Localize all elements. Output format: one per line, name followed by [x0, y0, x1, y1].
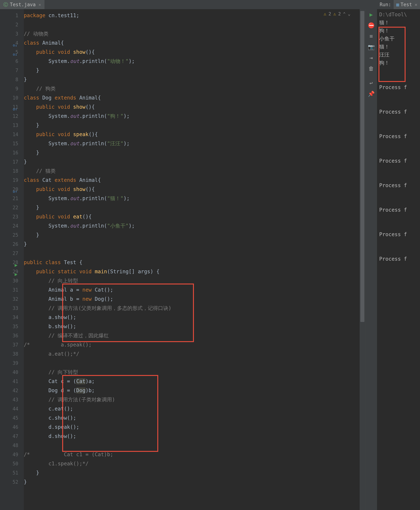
line-number[interactable]: 32	[0, 294, 24, 304]
close-icon[interactable]: ✕	[414, 2, 417, 7]
next-highlight-icon[interactable]: ⌄	[348, 11, 351, 16]
line-number[interactable]: 27	[0, 249, 24, 258]
code-line[interactable]: class Dog extends Animal{	[24, 93, 360, 102]
code-line[interactable]: class Animal{	[24, 38, 360, 48]
code-line[interactable]: System.out.println("动物！");	[24, 57, 360, 66]
code-line[interactable]	[24, 20, 360, 29]
line-number[interactable]: 23	[0, 212, 24, 221]
code-line[interactable]: a.show();	[24, 313, 360, 322]
exit-icon[interactable]: ⇥	[369, 54, 373, 61]
code-line[interactable]: public void show(){	[24, 102, 360, 112]
camera-icon[interactable]: 📷	[368, 44, 375, 50]
line-number[interactable]: 19	[0, 176, 24, 185]
line-number[interactable]: 3	[0, 29, 24, 38]
soft-wrap-icon[interactable]: ↩	[369, 80, 373, 86]
code-line[interactable]: Animal a = new Cat();	[24, 285, 360, 294]
scrollbar-thumb[interactable]	[360, 11, 364, 322]
line-number[interactable]: 9	[0, 84, 24, 93]
line-number[interactable]: 50	[0, 459, 24, 468]
line-number[interactable]: 15	[0, 139, 24, 148]
code-line[interactable]: c1.speak();*/	[24, 459, 360, 468]
line-number[interactable]: 16	[0, 148, 24, 157]
line-number[interactable]: 11o↑	[0, 102, 24, 112]
code-line[interactable]: // 调用方法(父类对象调用，多态的形式，记得口诀)	[24, 304, 360, 313]
line-number[interactable]: 5o↓	[0, 48, 24, 57]
rerun-icon[interactable]: ▶	[369, 11, 373, 18]
code-line[interactable]: }	[24, 477, 360, 487]
line-number[interactable]: 14	[0, 130, 24, 139]
line-number[interactable]: 31	[0, 285, 24, 294]
code-line[interactable]: // 猫类	[24, 166, 360, 176]
run-tab[interactable]: ▦ Test ✕	[394, 0, 420, 9]
code-line[interactable]: a.eat();*/	[24, 349, 360, 359]
line-number[interactable]: 34	[0, 313, 24, 322]
line-number[interactable]: 20o↑	[0, 185, 24, 194]
code-line[interactable]: // 动物类	[24, 29, 360, 38]
code-line[interactable]: public class Test {	[24, 258, 360, 267]
line-number[interactable]: 22	[0, 203, 24, 212]
code-line[interactable]: }	[24, 66, 360, 75]
code-line[interactable]: c.eat();	[24, 404, 360, 413]
line-number[interactable]: 26	[0, 240, 24, 249]
prev-highlight-icon[interactable]: ⌃	[343, 11, 345, 16]
line-number[interactable]: 30	[0, 276, 24, 285]
line-number[interactable]: 35	[0, 322, 24, 331]
code-line[interactable]: }	[24, 468, 360, 477]
line-number[interactable]: 47	[0, 432, 24, 441]
close-icon[interactable]: ✕	[39, 2, 41, 7]
code-line[interactable]: /* a.speak();	[24, 340, 360, 349]
run-console[interactable]: D:\dTool\猫！狗！小鱼干猫！汪汪狗！Process fProcess f…	[377, 9, 420, 264]
line-number[interactable]: 51	[0, 468, 24, 477]
line-number[interactable]: 49	[0, 450, 24, 459]
code-line[interactable]: // 向下转型	[24, 368, 360, 377]
code-line[interactable]: Dog d = (Dog)b;	[24, 386, 360, 395]
code-line[interactable]: public void eat(){	[24, 212, 360, 221]
code-line[interactable]: b.show();	[24, 322, 360, 331]
line-number[interactable]: 12	[0, 112, 24, 121]
pin-icon[interactable]: 📌	[368, 90, 375, 97]
line-number[interactable]: 45	[0, 413, 24, 423]
line-number[interactable]: 44	[0, 404, 24, 413]
code-line[interactable]: }	[24, 240, 360, 249]
line-number[interactable]: 43	[0, 395, 24, 404]
line-number[interactable]: 28▶	[0, 258, 24, 267]
line-number[interactable]: 39	[0, 359, 24, 368]
line-number[interactable]: 21	[0, 194, 24, 203]
code-line[interactable]: }	[24, 75, 360, 84]
code-line[interactable]: class Cat extends Animal{	[24, 176, 360, 185]
code-line[interactable]: }	[24, 157, 360, 166]
line-number[interactable]: 25	[0, 231, 24, 240]
file-tab[interactable]: Ⓒ Test.java ✕	[0, 0, 45, 9]
line-number[interactable]: 13	[0, 121, 24, 130]
line-number[interactable]: 17	[0, 157, 24, 166]
line-number[interactable]: 18	[0, 166, 24, 176]
code-line[interactable]: System.out.println("猫！");	[24, 194, 360, 203]
code-line[interactable]: public void speak(){	[24, 130, 360, 139]
line-number[interactable]: 6	[0, 57, 24, 66]
line-number[interactable]: 52	[0, 477, 24, 487]
stop-icon[interactable]: ⛔	[368, 22, 375, 29]
code-line[interactable]: // 编译不通过，因此爆红	[24, 331, 360, 340]
line-number[interactable]: 4o↓	[0, 38, 24, 48]
editor-scrollbar[interactable]	[360, 9, 365, 510]
code-line[interactable]: package cn.test11;	[24, 11, 360, 20]
line-number[interactable]: 42	[0, 386, 24, 395]
code-line[interactable]: public void show(){	[24, 48, 360, 57]
code-line[interactable]: System.out.println("汪汪");	[24, 139, 360, 148]
line-number[interactable]: 7	[0, 66, 24, 75]
code-line[interactable]: c.show();	[24, 413, 360, 423]
code-line[interactable]: }	[24, 148, 360, 157]
code-line[interactable]: public static void main(String[] args) {	[24, 267, 360, 276]
line-number[interactable]: 40	[0, 368, 24, 377]
trash-icon[interactable]: 🗑	[368, 65, 374, 72]
line-number[interactable]: 29▶	[0, 267, 24, 276]
code-line[interactable]: }	[24, 121, 360, 130]
line-number[interactable]: 24	[0, 221, 24, 231]
inspection-badges[interactable]: ⚠2 ⚠2 ⌃ ⌄	[324, 11, 351, 16]
code-line[interactable]: System.out.println("小鱼干");	[24, 221, 360, 231]
line-number[interactable]: 36	[0, 331, 24, 340]
line-number[interactable]: 10	[0, 93, 24, 102]
code-line[interactable]: }	[24, 203, 360, 212]
code-line[interactable]: // 狗类	[24, 84, 360, 93]
code-line[interactable]: // 向上转型	[24, 276, 360, 285]
